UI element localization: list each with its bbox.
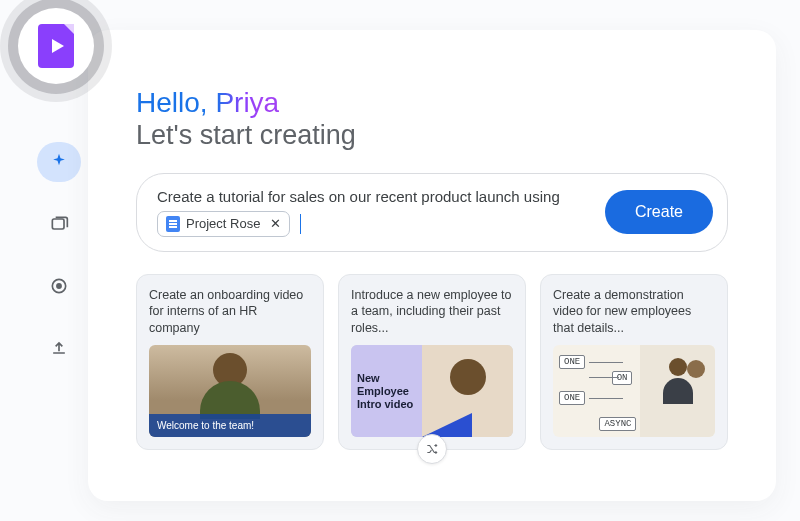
sidebar-item-upload[interactable] bbox=[37, 328, 81, 368]
chip-close-icon[interactable]: ✕ bbox=[270, 216, 281, 231]
doc-chip[interactable]: Project Rose ✕ bbox=[157, 211, 290, 237]
diagram-node: ONE bbox=[559, 355, 585, 369]
thumbnail-caption: Welcome to the team! bbox=[149, 414, 311, 437]
greeting: Hello, Priya Let's start creating bbox=[136, 86, 728, 151]
diagram-node: ON bbox=[612, 371, 633, 385]
text-cursor bbox=[300, 214, 301, 234]
shuffle-icon bbox=[425, 442, 439, 456]
play-icon bbox=[52, 39, 64, 53]
gallery-icon bbox=[49, 214, 69, 234]
shuffle-button[interactable] bbox=[417, 434, 447, 464]
suggestion-card[interactable]: Create an onboarding video for interns o… bbox=[136, 274, 324, 451]
suggestion-card[interactable]: Introduce a new employee to a team, incl… bbox=[338, 274, 526, 451]
greeting-title: Hello, Priya bbox=[136, 86, 728, 120]
svg-point-2 bbox=[56, 283, 62, 289]
app-logo bbox=[18, 8, 94, 84]
suggestion-thumbnail: ONE ON ONE ASYNC bbox=[553, 345, 715, 437]
upload-icon bbox=[49, 338, 69, 358]
doc-icon bbox=[166, 216, 180, 232]
sidebar bbox=[30, 30, 88, 501]
suggestion-cards: Create an onboarding video for interns o… bbox=[136, 274, 728, 451]
sparkle-icon bbox=[49, 152, 69, 172]
doc-chip-label: Project Rose bbox=[186, 216, 260, 231]
diagram-node: ONE bbox=[559, 391, 585, 405]
sidebar-item-sparkle[interactable] bbox=[37, 142, 81, 182]
record-icon bbox=[49, 276, 69, 296]
user-name: Priya bbox=[215, 87, 279, 118]
suggestion-thumbnail: New Employee Intro video bbox=[351, 345, 513, 437]
diagram-node: ASYNC bbox=[599, 417, 636, 431]
sidebar-item-gallery[interactable] bbox=[37, 204, 81, 244]
suggestion-card[interactable]: Create a demonstration video for new emp… bbox=[540, 274, 728, 451]
suggestion-title: Create an onboarding video for interns o… bbox=[149, 287, 311, 338]
prompt-input[interactable]: Create a tutorial for sales on our recen… bbox=[157, 188, 591, 205]
svg-rect-0 bbox=[52, 219, 64, 229]
diagram: ONE ON ONE ASYNC bbox=[553, 345, 640, 437]
suggestion-title: Create a demonstration video for new emp… bbox=[553, 287, 715, 338]
thumbnail-caption: New Employee Intro video bbox=[357, 372, 416, 410]
app-logo-icon bbox=[38, 24, 74, 68]
greeting-subtitle: Let's start creating bbox=[136, 120, 728, 151]
prompt-text-area[interactable]: Create a tutorial for sales on our recen… bbox=[157, 188, 591, 237]
prompt-box[interactable]: Create a tutorial for sales on our recen… bbox=[136, 173, 728, 252]
suggestion-title: Introduce a new employee to a team, incl… bbox=[351, 287, 513, 338]
chip-row: Project Rose ✕ bbox=[157, 211, 591, 237]
sidebar-item-record[interactable] bbox=[37, 266, 81, 306]
main-panel: Hello, Priya Let's start creating Create… bbox=[88, 30, 776, 501]
hello-text: Hello, bbox=[136, 87, 215, 118]
suggestion-thumbnail: Welcome to the team! bbox=[149, 345, 311, 437]
create-button[interactable]: Create bbox=[605, 190, 713, 234]
